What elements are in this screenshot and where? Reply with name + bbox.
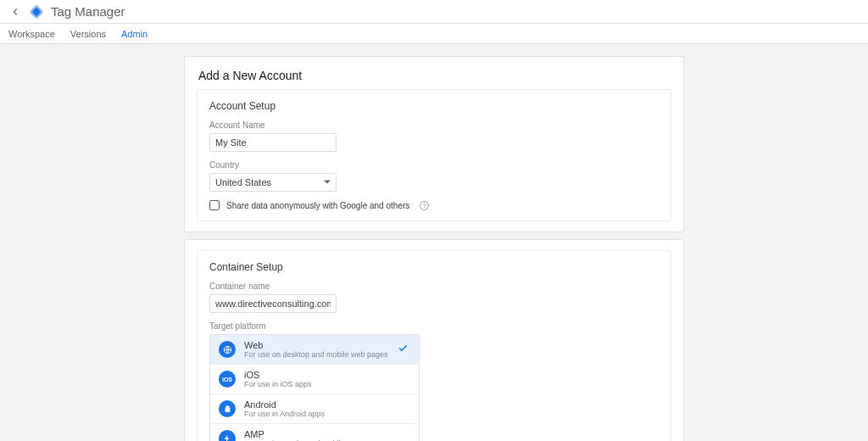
content: Add a New Account Account Setup Account … [0, 44, 868, 441]
tab-workspace[interactable]: Workspace [8, 29, 55, 39]
gtm-logo-icon [29, 4, 44, 20]
container-setup-title: Container Setup [209, 261, 659, 273]
platform-amp[interactable]: AMP For use in Accelerated Mobile Pages [210, 424, 419, 441]
account-setup-title: Account Setup [209, 100, 659, 112]
amp-icon [219, 430, 236, 441]
check-icon [398, 343, 409, 356]
web-icon [219, 341, 236, 358]
platform-list: Web For use on desktop and mobile web pa… [209, 334, 420, 441]
platform-desc: For use in iOS apps [244, 380, 312, 388]
platform-desc: For use in Android apps [244, 410, 325, 418]
app-title: Tag Manager [51, 4, 125, 19]
country-label: Country [209, 160, 659, 170]
page-title: Add a New Account [185, 57, 683, 89]
platform-name: Android [244, 399, 325, 410]
platform-name: Web [244, 340, 388, 350]
platform-name: iOS [244, 370, 312, 380]
container-card: Container Setup Container name Target pl… [184, 239, 684, 441]
country-value: United States [215, 177, 271, 187]
country-select[interactable]: United States [209, 173, 337, 192]
platform-desc: For use on desktop and mobile web pages [244, 350, 388, 359]
platform-name: AMP [244, 429, 369, 439]
container-name-input[interactable] [209, 294, 337, 313]
account-setup-section: Account Setup Account Name Country Unite… [197, 89, 671, 221]
top-bar: Tag Manager [0, 0, 868, 24]
container-setup-section: Container Setup Container name Target pl… [197, 250, 671, 441]
target-platform-label: Target platform [209, 321, 659, 331]
platform-android[interactable]: Android For use in Android apps [210, 394, 419, 424]
share-data-checkbox[interactable] [209, 200, 220, 210]
android-icon [219, 400, 236, 417]
tabs-bar: Workspace Versions Admin [0, 24, 868, 44]
account-name-label: Account Name [209, 120, 659, 130]
tab-versions[interactable]: Versions [70, 29, 106, 39]
help-icon[interactable]: ? [420, 201, 429, 210]
platform-ios[interactable]: iOS iOS For use in iOS apps [210, 365, 419, 394]
platform-web[interactable]: Web For use on desktop and mobile web pa… [210, 335, 419, 365]
chevron-down-icon [324, 177, 331, 187]
account-card: Add a New Account Account Setup Account … [184, 56, 684, 232]
container-name-label: Container name [209, 282, 659, 291]
account-name-input[interactable] [209, 133, 337, 152]
ios-icon: iOS [219, 371, 236, 388]
tab-admin[interactable]: Admin [121, 29, 147, 39]
back-arrow-icon[interactable] [7, 3, 24, 20]
share-data-label: Share data anonymously with Google and o… [226, 201, 409, 210]
